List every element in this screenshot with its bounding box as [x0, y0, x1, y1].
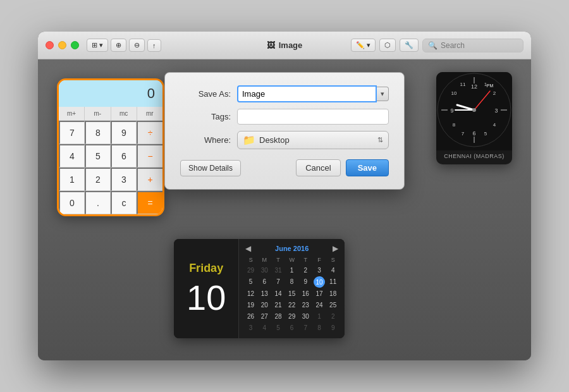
tags-label: Tags: — [180, 112, 231, 121]
pen-button[interactable]: ✏️ ▾ — [351, 39, 376, 52]
search-input[interactable] — [441, 41, 518, 50]
close-button[interactable] — [46, 41, 54, 49]
tags-row: Tags: — [180, 109, 389, 125]
search-box[interactable]: 🔍 — [422, 39, 523, 52]
window-title: Image — [279, 40, 303, 50]
right-toolbar: ✏️ ▾ ⬡ 🔧 🔍 — [351, 39, 523, 52]
minimize-button[interactable] — [58, 41, 66, 49]
where-label: Where: — [180, 135, 231, 145]
where-chevron-icon: ⇅ — [377, 136, 383, 144]
zoom-out-button[interactable]: ⊖ — [129, 39, 145, 52]
share-button[interactable]: ↑ — [147, 39, 161, 52]
main-window: ⊞ ▾ ⊕ ⊖ ↑ 🖼 Image ✏️ ▾ ⬡ 🔧 🔍 0 m+ m- — [38, 32, 531, 360]
folder-icon: 📁 — [243, 134, 255, 146]
traffic-lights — [46, 41, 79, 49]
save-dialog: Save As: ▾ Tags: Where: 📁 Desktop ⇅ — [164, 72, 405, 190]
save-button[interactable]: Save — [346, 159, 389, 176]
where-value: Desktop — [259, 135, 377, 145]
cancel-button[interactable]: Cancel — [296, 159, 340, 176]
window-title-icon: 🖼 — [267, 40, 275, 50]
maximize-button[interactable] — [71, 41, 79, 49]
left-toolbar: ⊞ ▾ ⊕ ⊖ ↑ — [87, 39, 161, 52]
where-select[interactable]: 📁 Desktop ⇅ — [237, 131, 389, 149]
show-details-button[interactable]: Show Details — [180, 160, 241, 176]
save-as-row: Save As: ▾ — [180, 85, 389, 102]
tags-input[interactable] — [237, 109, 389, 125]
stamp-button[interactable]: ⬡ — [379, 39, 396, 52]
dialog-overlay: Save As: ▾ Tags: Where: 📁 Desktop ⇅ — [38, 59, 531, 360]
search-icon: 🔍 — [428, 41, 437, 50]
save-as-label: Save As: — [180, 89, 231, 99]
titlebar: ⊞ ▾ ⊕ ⊖ ↑ 🖼 Image ✏️ ▾ ⬡ 🔧 🔍 — [38, 32, 531, 59]
where-row: Where: 📁 Desktop ⇅ — [180, 131, 389, 149]
dialog-buttons: Show Details Cancel Save — [180, 159, 389, 176]
sidebar-toggle-button[interactable]: ⊞ ▾ — [87, 39, 108, 52]
window-title-area: 🖼 Image — [267, 40, 303, 50]
save-as-chevron-button[interactable]: ▾ — [377, 87, 389, 101]
content-area: 0 m+ m- mc mr 7 8 9 ÷ 4 5 6 − 1 2 3 + 0 — [38, 59, 531, 360]
toolbox-button[interactable]: 🔧 — [400, 39, 419, 52]
save-as-wrapper: ▾ — [237, 85, 389, 102]
save-as-input[interactable] — [237, 85, 377, 102]
zoom-in-button[interactable]: ⊕ — [111, 39, 126, 52]
